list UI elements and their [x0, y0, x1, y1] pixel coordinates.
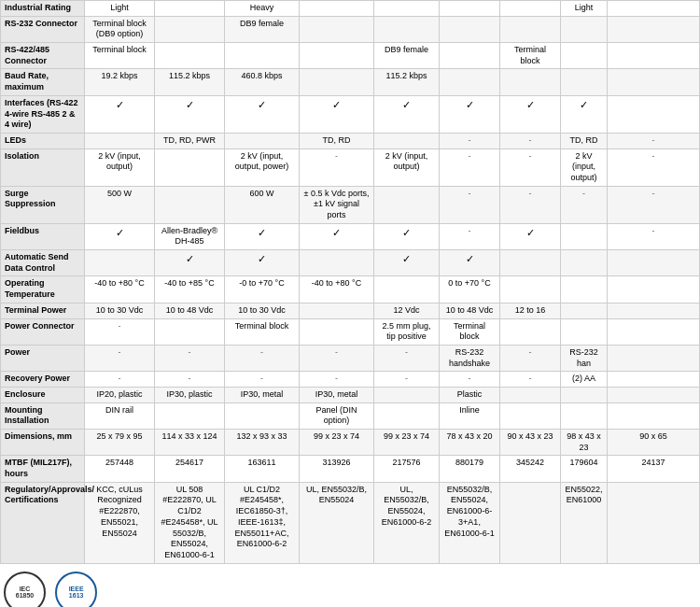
- table-cell: Plastic: [440, 387, 500, 402]
- table-cell: 115.2 kbps: [374, 69, 440, 95]
- row-label: Mounting Installation: [1, 402, 85, 429]
- table-cell: ✓: [561, 95, 608, 133]
- checkmark-icon: ✓: [402, 227, 411, 238]
- table-cell: -: [300, 148, 374, 186]
- table-cell: [225, 43, 300, 69]
- table-cell: [561, 276, 608, 303]
- checkmark-icon: ✓: [402, 253, 411, 264]
- table-cell: 254617: [155, 456, 225, 482]
- table-cell: 90 x 43 x 23: [500, 430, 561, 456]
- row-label: MTBF (MIL217F), hours: [1, 456, 85, 482]
- table-cell: -: [500, 133, 561, 148]
- table-cell: -: [374, 372, 440, 388]
- table-cell: (2) AA: [561, 372, 608, 388]
- table-cell: [500, 16, 561, 42]
- dash: -: [260, 347, 263, 357]
- cert-ieee1613: IEEE1613 ‡IEEE-1613: [55, 572, 97, 607]
- table-cell: ✓: [85, 223, 155, 249]
- table-cell: [500, 402, 561, 429]
- table-cell: [374, 133, 440, 148]
- table-cell: [225, 402, 300, 429]
- table-cell: -: [608, 186, 700, 223]
- table-cell: TD, RD: [300, 133, 374, 148]
- table-cell: 114 x 33 x 124: [155, 430, 225, 456]
- table-cell: UL 508 #E222870, UL C1/D2 #E245458*, UL …: [155, 482, 225, 563]
- checkmark-icon: ✓: [466, 99, 474, 110]
- table-cell: 78 x 43 x 20: [440, 430, 500, 456]
- table-cell: [561, 16, 608, 42]
- table-cell: -: [500, 345, 561, 371]
- table-cell: RS-232 handshake: [440, 345, 500, 371]
- table-cell: Terminal block: [440, 318, 500, 345]
- spec-table: Industrial RatingLightHeavyLightRS-232 C…: [0, 0, 700, 564]
- row-label: Recovery Power: [1, 372, 85, 388]
- table-cell: UL C1/D2 #E245458*, IEC61850-3†, IEEE-16…: [225, 482, 300, 563]
- table-cell: ✓: [374, 95, 440, 133]
- table-cell: ✓: [155, 250, 225, 276]
- table-cell: [500, 69, 561, 95]
- table-cell: [155, 186, 225, 223]
- table-cell: [561, 223, 608, 249]
- table-cell: [500, 482, 561, 563]
- table-cell: -40 to +80 °C: [300, 276, 374, 303]
- table-cell: ✓: [300, 223, 374, 249]
- table-cell: -: [85, 372, 155, 388]
- table-row: Recovery Power-------(2) AA: [1, 372, 700, 388]
- table-cell: ✓: [440, 95, 500, 133]
- table-cell: 19.2 kbps: [85, 69, 155, 95]
- table-cell: 2 kV (input, output): [374, 148, 440, 186]
- dash: -: [405, 347, 408, 357]
- table-cell: ✓: [374, 223, 440, 249]
- dash: -: [652, 189, 655, 198]
- row-label: Enclosure: [1, 387, 85, 402]
- dash: -: [469, 135, 471, 145]
- table-cell: 90 x 65: [608, 430, 700, 456]
- table-cell: EN55032/B, EN55024, EN61000-6-3+A1, EN61…: [440, 482, 500, 563]
- table-cell: -: [300, 345, 374, 371]
- table-cell: ✓: [440, 250, 500, 276]
- table-cell: [608, 69, 700, 95]
- table-cell: [500, 318, 561, 345]
- table-cell: ✓: [225, 223, 300, 249]
- dash: -: [119, 374, 121, 383]
- table-cell: [300, 250, 374, 276]
- table-cell: [300, 318, 374, 345]
- dash: -: [189, 374, 191, 383]
- table-cell: [300, 69, 374, 95]
- table-row: Operating Temperature-40 to +80 °C-40 to…: [1, 276, 700, 303]
- table-cell: 10 to 30 Vdc: [85, 303, 155, 318]
- cert-icon-ieee1613: IEEE1613: [55, 572, 97, 607]
- table-row: Regulatory/Approvals/ CertificationsKCC,…: [1, 482, 700, 563]
- dash: -: [119, 347, 121, 357]
- table-cell: ✓: [85, 95, 155, 133]
- table-cell: [561, 387, 608, 402]
- table-cell: IP30, metal: [225, 387, 300, 402]
- table-cell: [155, 148, 225, 186]
- table-cell: UL, EN55032/B, EN55024, EN61000-6-2: [374, 482, 440, 563]
- table-cell: -: [440, 133, 500, 148]
- table-row: RS-422/485 ConnectorTerminal blockDB9 fe…: [1, 43, 700, 69]
- table-cell: [300, 1, 374, 17]
- table-cell: [608, 276, 700, 303]
- checkmark-icon: ✓: [258, 99, 266, 110]
- table-cell: -: [85, 345, 155, 371]
- table-cell: [85, 250, 155, 276]
- table-cell: [300, 43, 374, 69]
- table-cell: [440, 69, 500, 95]
- table-cell: 10 to 48 Vdc: [155, 303, 225, 318]
- page-wrapper: Industrial RatingLightHeavyLightRS-232 C…: [0, 0, 700, 607]
- table-cell: -: [440, 186, 500, 223]
- dash: -: [469, 151, 471, 161]
- table-cell: [608, 482, 700, 563]
- table-cell: KCC, cULus Recognized #E222870, EN55021,…: [85, 482, 155, 563]
- table-cell: Terminal block: [225, 318, 300, 345]
- table-cell: 345242: [500, 456, 561, 482]
- table-cell: -: [374, 345, 440, 371]
- table-cell: [374, 402, 440, 429]
- table-cell: [374, 16, 440, 42]
- table-cell: -: [608, 223, 700, 249]
- checkmark-icon: ✓: [116, 99, 124, 110]
- table-cell: TD, RD, PWR: [155, 133, 225, 148]
- dash: -: [189, 347, 191, 357]
- table-cell: [155, 402, 225, 429]
